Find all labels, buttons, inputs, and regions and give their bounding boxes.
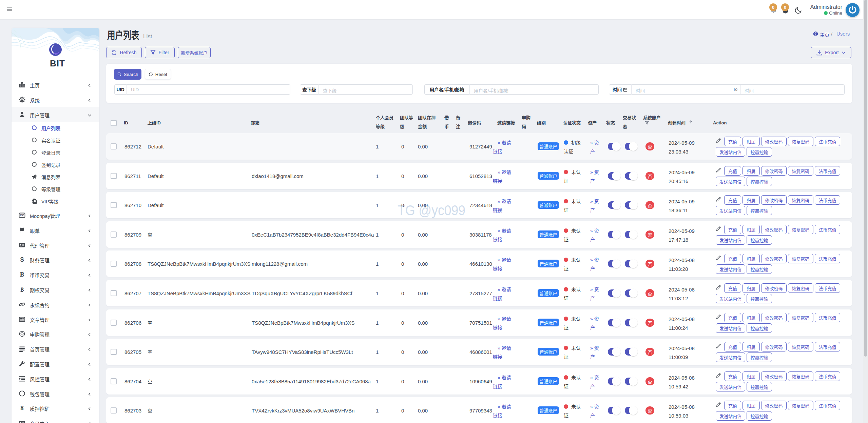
svg-text:B: B <box>20 287 24 293</box>
svg-text:CC: CC <box>20 214 24 217</box>
